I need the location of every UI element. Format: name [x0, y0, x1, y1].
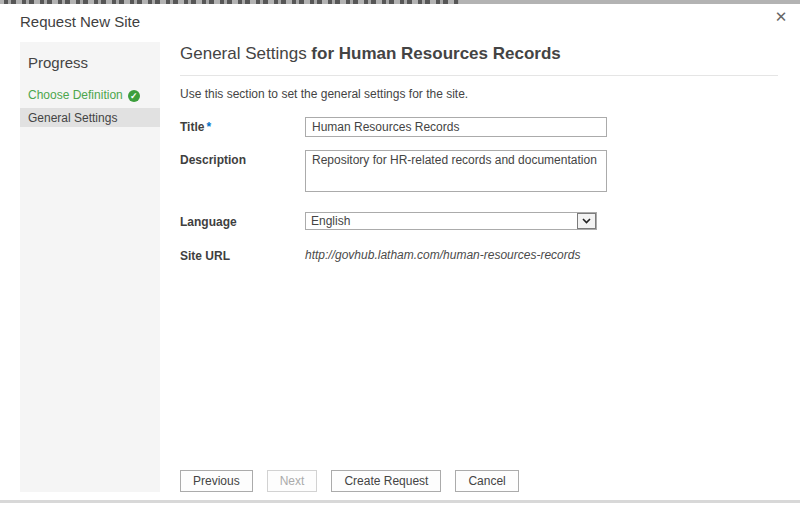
- clipped-browser-bar-text: [4, 0, 459, 4]
- step-choose-definition[interactable]: Choose Definition ✓: [20, 87, 160, 108]
- required-asterisk: *: [206, 120, 211, 134]
- chevron-down-icon: [577, 213, 596, 229]
- step-choose-definition-label: Choose Definition: [28, 87, 123, 104]
- step-complete-icon: ✓: [128, 90, 140, 102]
- description-label: Description: [180, 150, 305, 167]
- page-title-subject: for Human Resources Records: [311, 44, 560, 63]
- progress-sidebar: Progress Choose Definition ✓ General Set…: [20, 42, 160, 492]
- close-icon: ✕: [775, 8, 788, 25]
- title-label: Title*: [180, 117, 305, 134]
- dialog-title: Request New Site: [20, 13, 140, 30]
- close-button[interactable]: ✕: [770, 6, 792, 28]
- cancel-button[interactable]: Cancel: [455, 470, 518, 492]
- site-url-label: Site URL: [180, 246, 305, 263]
- page-title: General Settings for Human Resources Rec…: [180, 44, 778, 76]
- title-input[interactable]: [305, 117, 607, 137]
- previous-button[interactable]: Previous: [180, 470, 253, 492]
- section-intro-text: Use this section to set the general sett…: [180, 87, 780, 101]
- description-input[interactable]: Repository for HR-related records and do…: [305, 150, 607, 192]
- general-settings-panel: General Settings for Human Resources Rec…: [180, 44, 780, 263]
- next-button: Next: [267, 470, 318, 492]
- page-bottom-divider: [0, 500, 800, 503]
- site-url-value: http://govhub.latham.com/human-resources…: [305, 246, 780, 262]
- progress-heading: Progress: [20, 42, 160, 87]
- language-label: Language: [180, 212, 305, 229]
- title-label-text: Title: [180, 120, 204, 134]
- page-title-prefix: General Settings: [180, 44, 311, 63]
- step-general-settings[interactable]: General Settings: [20, 108, 160, 127]
- clipped-browser-bar: [0, 0, 800, 4]
- create-request-button[interactable]: Create Request: [331, 470, 441, 492]
- wizard-buttons: Previous Next Create Request Cancel: [180, 470, 533, 492]
- language-select[interactable]: English: [305, 212, 597, 230]
- language-select-value: English: [306, 213, 350, 229]
